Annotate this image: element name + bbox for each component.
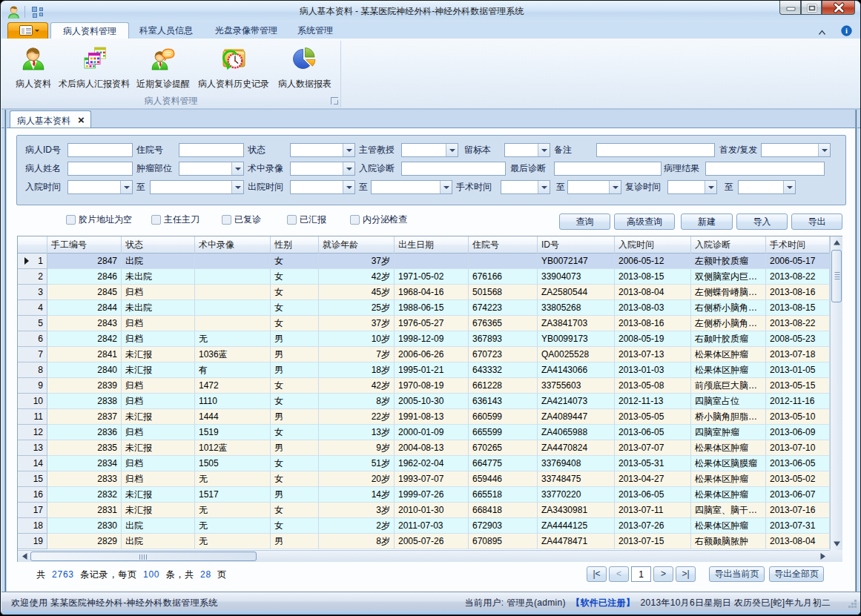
svg-text:i: i — [845, 27, 848, 35]
